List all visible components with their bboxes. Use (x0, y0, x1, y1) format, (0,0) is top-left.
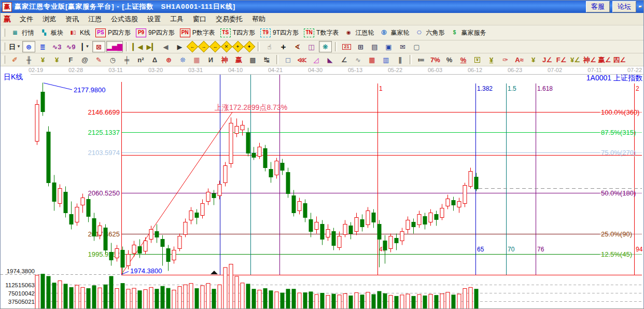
tb-hand-tool-button[interactable]: ☝ (263, 41, 276, 52)
tb-info-list-button[interactable]: ≣ (36, 41, 49, 52)
clipped-edge-button[interactable] (639, 6, 642, 8)
menu-item-settings[interactable]: 设置 (143, 13, 165, 25)
tb-percent-slash-button[interactable]: 7% (429, 54, 442, 65)
tb-win-tool-button[interactable]: 赢 (232, 54, 245, 65)
tb-fan-magenta-button[interactable]: ◿ (310, 54, 323, 65)
tb-fan-grid-button[interactable]: ◣ (324, 54, 337, 65)
tb-quotes-button[interactable]: ▦行情 (8, 27, 37, 38)
menu-item-help[interactable]: 帮助 (247, 13, 270, 25)
tb-shift-left-button[interactable]: ← (187, 41, 199, 53)
tb-9p-square-button[interactable]: P99P四方形 (133, 27, 177, 38)
tb-f-angle-button[interactable]: F∠ (555, 54, 568, 65)
tb-remote-pc-button[interactable]: ▢ (410, 41, 423, 52)
tb-n-square-button[interactable]: n² (134, 54, 147, 65)
tb-gold-line-button[interactable]: ¥ (485, 54, 498, 65)
tb-crosshair-tool-button[interactable]: + (277, 41, 290, 52)
tb-gold-circle-button[interactable]: ¥ (471, 54, 484, 65)
tb-notepad-button[interactable]: ▤ (368, 41, 381, 52)
tb-ray-fan-button[interactable]: ⋘ (296, 54, 309, 65)
chart-canvas[interactable]: 02-1902-2803-1103-2003-3104-1004-2104-30… (1, 66, 643, 308)
tb-candle-style-button[interactable]: ┃▼ (78, 41, 91, 52)
tb-last-bar-button[interactable]: ▶▎ (145, 41, 158, 52)
tb-star-web-button[interactable]: ❊ (176, 54, 189, 65)
tb-compass-button[interactable]: ✐ (8, 54, 21, 65)
tb-save-button[interactable]: ▣ (382, 41, 395, 52)
tb-wave-3-button[interactable]: ∿3 (50, 41, 63, 52)
tb-first-bar-button[interactable]: ▎◀ (131, 41, 144, 52)
tb-red-grid-button[interactable]: ▦ (366, 54, 379, 65)
tb-brush-button[interactable]: ✑ (499, 54, 512, 65)
tb-percent-button[interactable]: % (443, 54, 456, 65)
tb-period-day-button[interactable]: 日▼ (8, 41, 21, 52)
tb-spiral-button[interactable]: @ (78, 54, 91, 65)
tb-volume-hist-button[interactable]: ▂▅▇ (106, 41, 123, 52)
tb-compress-view-button[interactable]: ✕ (221, 41, 233, 53)
tb-box-frame-button[interactable]: ◻ (282, 54, 295, 65)
tb-k-notch-button[interactable]: И (204, 54, 217, 65)
tb-a-wave-button[interactable]: A≈ (513, 54, 526, 65)
tb-calculator-button[interactable]: ⊞ (354, 41, 367, 52)
tb-mirror-tool-button[interactable]: Δ (148, 54, 161, 65)
tb-zoom-tool-button[interactable]: ⊛ (22, 41, 35, 52)
tb-angle-lines-button[interactable]: ∠ (338, 54, 351, 65)
tb-gann-wheel-button[interactable]: ◉江恩轮 (341, 27, 376, 38)
tb-p-digit-table-button[interactable]: PNP数字表 (177, 27, 218, 38)
tb-overlay-tool-button[interactable]: ⊠ (92, 41, 105, 52)
tb-shen-tool-button[interactable]: 神 (218, 54, 231, 65)
tb-kline-button[interactable]: ▮▯K线 (66, 27, 93, 38)
tb-wave-9-button[interactable]: ∿9 (64, 41, 77, 52)
tb-expand-horizontal-button[interactable]: ↔ (209, 41, 221, 53)
tb-price-list-button[interactable]: ≔ (415, 54, 428, 65)
tb-zigzag-button[interactable]: ∿ (352, 54, 365, 65)
menu-item-browse[interactable]: 浏览 (38, 13, 61, 25)
tb-parallel-lines-button[interactable]: ∥ (394, 54, 407, 65)
tb-shen-angle-button[interactable]: 神∠ (583, 54, 597, 65)
tb-f-ruler-button[interactable]: F (64, 54, 77, 65)
tb-sectors-button[interactable]: ▚板块 (37, 27, 66, 38)
tb-calendar-button[interactable]: 21 (340, 41, 353, 52)
tb-j-angle-button[interactable]: J∠ (541, 54, 554, 65)
tb-shift-right-button[interactable]: → (198, 41, 210, 53)
tb-gold-angle0-button[interactable]: ¥ (527, 54, 540, 65)
forum-button[interactable]: 论坛 (612, 1, 636, 12)
tb-span-arrow-button[interactable]: ↹ (260, 54, 273, 65)
menu-item-trade[interactable]: 交易委托 (211, 13, 247, 25)
tb-gold-ratio-b-button[interactable]: ¥ (50, 54, 63, 65)
menu-item-gann[interactable]: 江恩 (83, 13, 106, 25)
menu-item-tools[interactable]: 工具 (165, 13, 188, 25)
tb-gold-ratio-a-button[interactable]: ¥ (36, 54, 49, 65)
tb-zoom-in-view-button[interactable]: + (232, 41, 244, 53)
tb-p-square-button[interactable]: PSP四方形 (93, 27, 133, 38)
tb-web-grid-button[interactable]: ▦ (190, 54, 203, 65)
tb-winner-wheel-button[interactable]: Ⓑ赢家轮 (376, 27, 412, 38)
tb-gold-angle-button[interactable]: ¥∠ (569, 54, 582, 65)
tb-dense-grid-button[interactable]: ▩ (246, 54, 259, 65)
tb-winner-service-button[interactable]: $赢家服务 (447, 27, 488, 38)
tb-circle-cross-button[interactable]: ⊕ (162, 54, 175, 65)
tb-percent-line-button[interactable]: % (457, 54, 470, 65)
tb-fit-all-button[interactable]: ✦ (244, 41, 256, 53)
tb-next-bar-button[interactable]: ▶ (173, 41, 186, 52)
tb-hexagon-button[interactable]: ⎔六角形 (412, 27, 447, 38)
menu-item-file[interactable]: 文件 (15, 13, 38, 25)
menu-item-window[interactable]: 窗口 (188, 13, 211, 25)
tb-t-digit-table-button[interactable]: TNT数字表 (301, 27, 341, 38)
tb-gann-box-tool-button[interactable]: ◫ (305, 41, 318, 52)
menu-item-news[interactable]: 资讯 (61, 13, 83, 25)
tb-mail-send-button[interactable]: ✉ (396, 41, 409, 52)
tb-prev-bar-button[interactable]: ◀ (159, 41, 172, 52)
menu-item-formula-picker[interactable]: 公式选股 (106, 13, 143, 25)
tb-four-angle-button[interactable]: 四∠ (612, 54, 626, 65)
tb-marker-pen-button[interactable]: ✎ (92, 54, 105, 65)
volume-bar (155, 289, 159, 309)
tb-time-ruler-button[interactable]: ╫ (22, 54, 35, 65)
tb-cycle-clock-button[interactable]: ◷ (106, 54, 119, 65)
tb-wave-brain-tool-button[interactable]: ❋ (319, 41, 332, 52)
tb-tick-ruler-button[interactable]: ╪ (120, 54, 133, 65)
tb-blue-grid-button[interactable]: ▥ (380, 54, 393, 65)
tb-angle-tool-button[interactable]: ∢ (291, 41, 304, 52)
tb-t-square-button[interactable]: TST四方形 (218, 27, 258, 38)
tb-9t-square-button[interactable]: T99T四方形 (258, 27, 301, 38)
customer-service-button[interactable]: 客服 (586, 1, 610, 12)
tb-win-angle-button[interactable]: 赢∠ (598, 54, 612, 65)
